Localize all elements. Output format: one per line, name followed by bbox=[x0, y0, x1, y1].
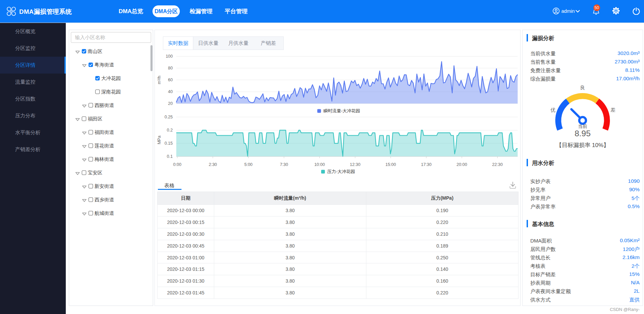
svg-text:15:00: 15:00 bbox=[385, 162, 396, 167]
svg-text:100: 100 bbox=[166, 54, 173, 59]
svg-text:0.15: 0.15 bbox=[165, 141, 173, 146]
svg-text:m³/h: m³/h bbox=[157, 76, 162, 84]
svg-text:0.1: 0.1 bbox=[167, 154, 173, 159]
svg-text:7:30: 7:30 bbox=[280, 162, 288, 167]
svg-text:20:00: 20:00 bbox=[456, 162, 467, 167]
svg-text:17:30: 17:30 bbox=[421, 162, 431, 167]
svg-text:22:30: 22:30 bbox=[492, 162, 503, 167]
svg-text:60: 60 bbox=[168, 78, 173, 82]
svg-text:12:30: 12:30 bbox=[350, 162, 360, 167]
svg-text:MPa: MPa bbox=[157, 136, 162, 144]
svg-text:压力-大冲花园: 压力-大冲花园 bbox=[327, 169, 355, 174]
svg-text:0.25: 0.25 bbox=[165, 115, 173, 119]
svg-text:良: 良 bbox=[580, 85, 585, 90]
svg-text:2:30: 2:30 bbox=[209, 162, 217, 167]
svg-text:10:00: 10:00 bbox=[314, 162, 325, 167]
svg-text:5:00: 5:00 bbox=[244, 162, 252, 167]
svg-text:优: 优 bbox=[551, 107, 556, 113]
svg-text:0:00: 0:00 bbox=[173, 162, 181, 167]
svg-text:瞬时流量-大冲花园: 瞬时流量-大冲花园 bbox=[324, 108, 360, 113]
svg-text:80: 80 bbox=[168, 66, 173, 70]
svg-text:0.2: 0.2 bbox=[167, 128, 173, 133]
svg-text:差: 差 bbox=[611, 107, 616, 113]
svg-text:40: 40 bbox=[168, 89, 173, 94]
svg-text:20: 20 bbox=[168, 101, 173, 106]
